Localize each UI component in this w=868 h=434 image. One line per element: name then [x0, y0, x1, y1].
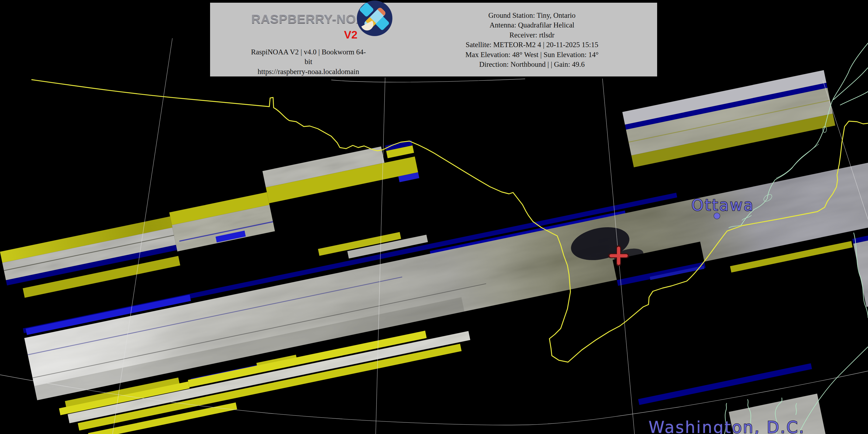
brand-wordmark: RASPBERRY-NOAA	[251, 11, 375, 26]
antenna-line: Antenna: Quadrafilar Helical	[490, 20, 575, 30]
station-software-info: RaspiNOAA V2 | v4.0 | Bookworm 64-bit ht…	[249, 47, 368, 77]
city-dot-ottawa	[714, 213, 720, 219]
elevation-line: Max Elevation: 48° West | Sun Elevation:…	[465, 50, 599, 60]
header-info-box: RASPBERRY-NOAA V2 RaspiNOAA V2 | v4.0 | …	[210, 3, 657, 76]
ground-station-line: Ground Station: Tiny, Ontario	[488, 10, 576, 21]
satellite-capture-page: Ottawa Washington, D.C. RASPBERRY-NOAA V…	[0, 0, 868, 434]
version-badge: V2	[344, 29, 358, 41]
graticule-parallel	[331, 79, 525, 82]
swath-stripe	[638, 363, 812, 405]
city-label-washington: Washington, D.C.	[649, 418, 805, 434]
software-version-line: RaspiNOAA V2 | v4.0 | Bookworm 64-bit	[249, 47, 368, 67]
city-label-ottawa: Ottawa	[691, 196, 754, 214]
satellite-icon	[357, 1, 393, 36]
header-left-column: RASPBERRY-NOAA V2 RaspiNOAA V2 | v4.0 | …	[210, 3, 407, 76]
direction-gain-line: Direction: Northbound | | Gain: 49.6	[479, 60, 585, 69]
station-url: https://raspberry-noaa.localdomain	[249, 67, 368, 77]
raspberry-noaa-logo: RASPBERRY-NOAA V2	[222, 4, 395, 45]
river-branch	[840, 92, 868, 105]
satellite-pass-line: Satellite: METEOR-M2 4 | 20-11-2025 15:1…	[466, 40, 598, 50]
satellite-tip-icon	[377, 7, 386, 16]
swath-band-main	[19, 131, 868, 434]
receiver-line: Receiver: rtlsdr	[509, 30, 555, 40]
header-right-column: Ground Station: Tiny, Ontario Antenna: Q…	[407, 3, 657, 76]
